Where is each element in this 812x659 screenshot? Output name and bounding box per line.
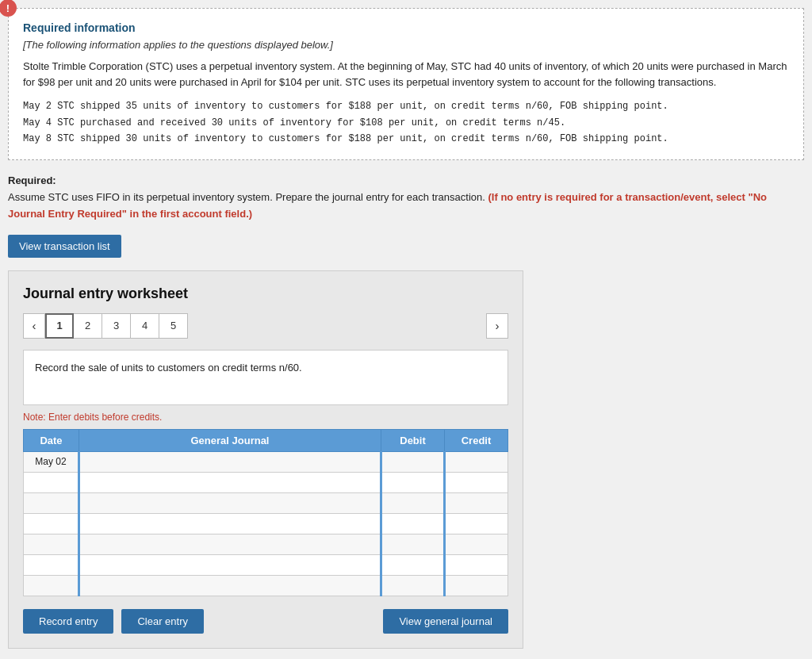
date-cell-5 [24, 554, 79, 575]
required-section: Required: Assume STC uses FIFO in its pe… [8, 174, 804, 221]
credit-cell-0[interactable] [445, 451, 508, 472]
debit-input-5[interactable] [382, 555, 443, 575]
general-journal-input-2[interactable] [80, 493, 380, 513]
journal-table: Date General Journal Debit Credit May 02 [23, 429, 508, 596]
table-row [24, 575, 508, 596]
general-journal-cell-0[interactable] [79, 451, 381, 472]
date-cell-3 [24, 513, 79, 534]
debit-input-6[interactable] [382, 576, 443, 596]
general-journal-cell-2[interactable] [79, 492, 381, 513]
debit-cell-3[interactable] [381, 513, 445, 534]
date-cell-1 [24, 472, 79, 492]
journal-container: Journal entry worksheet ‹ 1 2 3 4 5 › Re… [8, 270, 523, 649]
general-journal-cell-3[interactable] [79, 513, 381, 534]
credit-cell-5[interactable] [445, 554, 508, 575]
credit-input-2[interactable] [446, 493, 508, 513]
col-date: Date [24, 429, 79, 451]
page-2-button[interactable]: 2 [74, 313, 102, 339]
info-box: ! Required information [The following in… [8, 8, 804, 160]
date-cell-6 [24, 575, 79, 596]
description-box: Record the sale of units to customers on… [23, 350, 508, 405]
date-cell-4 [24, 534, 79, 554]
general-journal-input-3[interactable] [80, 514, 380, 534]
next-page-button[interactable]: › [486, 313, 508, 339]
credit-cell-2[interactable] [445, 492, 508, 513]
page-1-button[interactable]: 1 [45, 313, 74, 339]
info-icon: ! [0, 0, 17, 17]
credit-input-6[interactable] [446, 576, 508, 596]
record-entry-button[interactable]: Record entry [23, 609, 113, 634]
credit-input-5[interactable] [446, 555, 508, 575]
transaction-2: May 4 STC purchased and received 30 unit… [23, 115, 789, 131]
table-row [24, 534, 508, 554]
debit-input-0[interactable] [382, 452, 443, 472]
clear-entry-button[interactable]: Clear entry [121, 609, 204, 634]
general-journal-input-1[interactable] [80, 473, 380, 492]
table-row: May 02 [24, 451, 508, 472]
required-text: Assume STC uses FIFO in its perpetual in… [8, 190, 804, 221]
table-row [24, 513, 508, 534]
credit-cell-1[interactable] [445, 472, 508, 492]
credit-input-3[interactable] [446, 514, 508, 534]
info-subtitle: [The following information applies to th… [23, 39, 789, 51]
general-journal-cell-1[interactable] [79, 472, 381, 492]
page-5-button[interactable]: 5 [159, 313, 188, 339]
col-debit: Debit [381, 429, 445, 451]
debit-cell-1[interactable] [381, 472, 445, 492]
debit-cell-5[interactable] [381, 554, 445, 575]
transaction-1: May 2 STC shipped 35 units of inventory … [23, 98, 789, 114]
action-buttons: Record entry Clear entry View general jo… [23, 609, 508, 634]
date-cell-2 [24, 492, 79, 513]
debit-input-3[interactable] [382, 514, 443, 534]
general-journal-input-5[interactable] [80, 555, 380, 575]
debit-input-2[interactable] [382, 493, 443, 513]
required-body: Assume STC uses FIFO in its perpetual in… [8, 191, 485, 203]
table-row [24, 492, 508, 513]
debit-input-4[interactable] [382, 534, 443, 554]
info-title: Required information [23, 21, 789, 34]
info-transactions: May 2 STC shipped 35 units of inventory … [23, 98, 789, 147]
general-journal-input-4[interactable] [80, 534, 380, 554]
view-transaction-list-button[interactable]: View transaction list [8, 235, 121, 258]
journal-title: Journal entry worksheet [23, 285, 508, 302]
date-cell-0: May 02 [24, 451, 79, 472]
debit-cell-6[interactable] [381, 575, 445, 596]
general-journal-cell-4[interactable] [79, 534, 381, 554]
credit-input-0[interactable] [446, 452, 508, 472]
description-text: Record the sale of units to customers on… [35, 362, 302, 374]
credit-cell-3[interactable] [445, 513, 508, 534]
col-credit: Credit [445, 429, 508, 451]
credit-cell-4[interactable] [445, 534, 508, 554]
page-3-button[interactable]: 3 [102, 313, 131, 339]
table-row [24, 472, 508, 492]
col-general-journal: General Journal [79, 429, 381, 451]
debit-input-1[interactable] [382, 473, 443, 492]
pagination: ‹ 1 2 3 4 5 › [23, 313, 508, 339]
general-journal-cell-6[interactable] [79, 575, 381, 596]
general-journal-input-6[interactable] [80, 576, 380, 596]
credit-input-4[interactable] [446, 534, 508, 554]
info-body: Stolte Trimble Corporation (STC) uses a … [23, 59, 789, 90]
debit-cell-0[interactable] [381, 451, 445, 472]
transaction-3: May 8 STC shipped 30 units of inventory … [23, 131, 789, 147]
view-general-journal-button[interactable]: View general journal [383, 609, 508, 634]
credit-cell-6[interactable] [445, 575, 508, 596]
required-label: Required: [8, 174, 804, 186]
note-text: Note: Enter debits before credits. [23, 412, 508, 423]
general-journal-cell-5[interactable] [79, 554, 381, 575]
debit-cell-2[interactable] [381, 492, 445, 513]
prev-page-button[interactable]: ‹ [23, 313, 45, 339]
page-4-button[interactable]: 4 [131, 313, 159, 339]
general-journal-input-0[interactable] [80, 452, 380, 472]
credit-input-1[interactable] [446, 473, 508, 492]
debit-cell-4[interactable] [381, 534, 445, 554]
table-row [24, 554, 508, 575]
